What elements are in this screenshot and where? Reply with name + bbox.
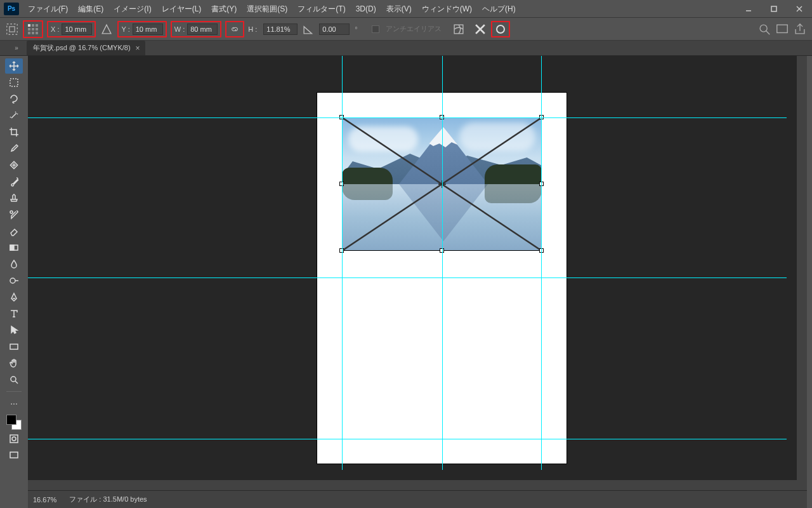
document-tab-title: 年賀状.psd @ 16.7% (CMYK/8): [33, 43, 131, 53]
edit-toolbar-icon[interactable]: ···: [5, 396, 23, 411]
svg-rect-10: [32, 28, 34, 30]
scrollbar-vertical[interactable]: [797, 56, 807, 480]
panel-collapse-icon[interactable]: »: [6, 40, 27, 55]
status-zoom[interactable]: 16.67%: [33, 496, 56, 504]
marquee-tool[interactable]: [5, 75, 23, 90]
eyedropper-tool[interactable]: [5, 141, 23, 156]
zoom-tool[interactable]: [5, 372, 23, 387]
menu-help[interactable]: ヘルプ(H): [477, 0, 521, 18]
window-minimize-button[interactable]: [736, 0, 761, 18]
angle-icon: [301, 22, 315, 36]
guide-horizontal[interactable]: [28, 117, 787, 118]
w-field-group: W :: [171, 21, 222, 37]
svg-rect-26: [10, 245, 14, 250]
h-input[interactable]: [263, 23, 298, 35]
options-bar: X : Y : W : H : ° アンチエイリアス: [0, 18, 812, 41]
svg-rect-12: [28, 32, 30, 34]
y-label: Y :: [121, 25, 129, 33]
window-maximize-button[interactable]: [761, 0, 787, 18]
svg-rect-11: [36, 28, 38, 30]
lasso-tool[interactable]: [5, 91, 23, 107]
menu-image[interactable]: イメージ(I): [108, 0, 156, 18]
dodge-tool[interactable]: [5, 273, 23, 288]
menu-edit[interactable]: 編集(E): [73, 0, 108, 18]
gradient-tool[interactable]: [5, 240, 23, 255]
svg-point-29: [11, 377, 16, 382]
rectangle-tool[interactable]: [5, 339, 23, 354]
link-icon: [230, 25, 239, 34]
move-tool[interactable]: [5, 58, 23, 74]
transform-tool-icon: [5, 22, 19, 36]
right-panel-rail[interactable]: [807, 56, 812, 490]
healing-brush-tool[interactable]: [5, 157, 23, 173]
y-input[interactable]: [133, 23, 163, 35]
brush-tool[interactable]: [5, 174, 23, 189]
window-close-button[interactable]: [787, 0, 812, 18]
antialias-checkbox[interactable]: [372, 25, 379, 33]
reference-point-picker[interactable]: [23, 20, 43, 38]
delta-icon[interactable]: [100, 22, 114, 36]
svg-point-18: [497, 25, 504, 33]
close-tab-icon[interactable]: ×: [136, 44, 140, 53]
cancel-transform-button[interactable]: [473, 22, 487, 36]
svg-rect-28: [10, 344, 18, 349]
menu-file[interactable]: ファイル(F): [23, 0, 73, 18]
svg-rect-7: [32, 24, 34, 27]
eraser-tool[interactable]: [5, 224, 23, 239]
document-tab[interactable]: 年賀状.psd @ 16.7% (CMYK/8) ×: [27, 41, 145, 55]
x-field-group: X :: [47, 21, 96, 37]
menu-3d[interactable]: 3D(D): [351, 0, 381, 18]
hand-tool[interactable]: [5, 356, 23, 371]
status-bar: 16.67% ファイル : 31.5M/0 bytes: [28, 490, 807, 508]
svg-rect-6: [28, 24, 30, 27]
share-icon[interactable]: [793, 22, 807, 36]
svg-rect-5: [10, 26, 15, 31]
circle-icon: [495, 24, 506, 34]
angle-input[interactable]: [319, 23, 350, 35]
clone-stamp-tool[interactable]: [5, 190, 23, 206]
menu-select[interactable]: 選択範囲(S): [242, 0, 292, 18]
svg-point-31: [12, 437, 16, 441]
pen-tool[interactable]: [5, 290, 23, 305]
svg-line-20: [766, 30, 770, 34]
x-input[interactable]: [62, 23, 92, 35]
menu-window[interactable]: ウィンドウ(W): [417, 0, 477, 18]
history-brush-tool[interactable]: [5, 207, 23, 222]
type-tool[interactable]: [5, 306, 23, 321]
crop-tool[interactable]: [5, 124, 23, 140]
path-selection-tool[interactable]: [5, 323, 23, 338]
svg-rect-9: [28, 28, 30, 30]
color-swatches[interactable]: [6, 415, 22, 430]
svg-rect-22: [10, 79, 18, 86]
status-file-info[interactable]: ファイル : 31.5M/0 bytes: [69, 495, 147, 504]
menu-type[interactable]: 書式(Y): [206, 0, 242, 18]
warp-mode-button[interactable]: [452, 22, 466, 36]
workspace: [28, 56, 807, 490]
scrollbar-corner: [797, 480, 807, 490]
reference-point-icon: [27, 23, 39, 36]
antialias-label: アンチエイリアス: [386, 24, 442, 34]
window-controls: [736, 0, 812, 18]
guide-horizontal[interactable]: [28, 439, 787, 439]
w-input[interactable]: [187, 23, 218, 35]
foreground-color-swatch[interactable]: [6, 415, 16, 425]
menu-view[interactable]: 表示(V): [381, 0, 417, 18]
menubar: Ps ファイル(F) 編集(E) イメージ(I) レイヤー(L) 書式(Y) 選…: [0, 0, 812, 18]
quick-mask-button[interactable]: [5, 431, 23, 446]
menu-layer[interactable]: レイヤー(L): [157, 0, 207, 18]
menu-filter[interactable]: フィルター(T): [292, 0, 350, 18]
svg-rect-4: [7, 23, 18, 34]
blur-tool[interactable]: [5, 257, 23, 272]
scrollbar-horizontal[interactable]: [28, 480, 797, 490]
search-icon[interactable]: [757, 22, 771, 36]
magic-wand-tool[interactable]: [5, 108, 23, 123]
svg-rect-21: [777, 25, 788, 32]
canvas-area[interactable]: [28, 56, 797, 480]
guide-horizontal[interactable]: [28, 277, 787, 278]
svg-rect-13: [32, 32, 34, 34]
svg-point-19: [760, 25, 767, 32]
link-wh-button[interactable]: [225, 21, 244, 37]
commit-transform-button[interactable]: [491, 21, 510, 37]
screen-mode-icon[interactable]: [775, 22, 789, 36]
screen-mode-button[interactable]: [5, 448, 23, 463]
